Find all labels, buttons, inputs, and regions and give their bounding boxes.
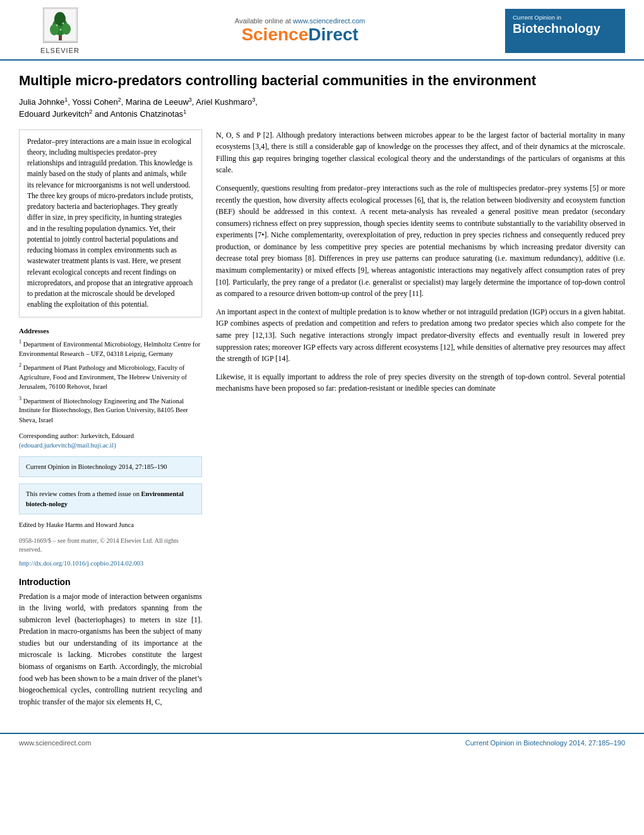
address-1: 1 Department of Environmental Microbiolo… bbox=[19, 338, 202, 358]
article-authors: Julia Johnke1, Yossi Cohen2, Marina de L… bbox=[19, 96, 625, 121]
right-para-1: N, O, S and P [2]. Although predatory in… bbox=[216, 129, 625, 176]
right-para-4: Likewise, it is equally important to add… bbox=[216, 371, 625, 394]
footer-website: www.sciencedirect.com bbox=[19, 739, 91, 747]
themed-issue-label: This review comes from a themed issue on bbox=[26, 490, 140, 497]
page-footer: www.sciencedirect.com Current Opinion in… bbox=[0, 733, 644, 752]
journal-badge: Current Opinion in Biotechnology bbox=[505, 9, 625, 53]
elsevier-tree-icon bbox=[43, 8, 78, 45]
svg-point-6 bbox=[56, 25, 57, 27]
doi-section: http://dx.doi.org/10.1016/j.copbio.2014.… bbox=[19, 558, 202, 568]
journal-badge-bottom-text: Biotechnology bbox=[513, 21, 617, 35]
elsevier-logo-section: ELSEVIER bbox=[19, 8, 101, 54]
right-para-3: An important aspect in the context of mu… bbox=[216, 306, 625, 365]
intro-section-title: Introduction bbox=[19, 577, 202, 587]
right-column: N, O, S and P [2]. Although predatory in… bbox=[216, 129, 625, 708]
abstract-box: Predator–prey interactions are a main is… bbox=[19, 129, 202, 317]
addresses-title: Addresses bbox=[19, 326, 202, 336]
svg-point-7 bbox=[62, 23, 64, 25]
elsevier-logo: ELSEVIER bbox=[19, 8, 101, 54]
journal-badge-top-text: Current Opinion in bbox=[513, 14, 617, 21]
page-wrapper: ELSEVIER Available online at www.science… bbox=[0, 0, 644, 835]
available-online-text: Available online at www.sciencedirect.co… bbox=[101, 17, 499, 25]
info-box-theme: This review comes from a themed issue on… bbox=[19, 483, 202, 514]
right-body: N, O, S and P [2]. Although predatory in… bbox=[216, 129, 625, 394]
corresponding-email[interactable]: (edouard.jurkevitch@mail.huji.ac.il) bbox=[19, 442, 116, 449]
copyright-section: 0958-1669/$ – see front matter, © 2014 E… bbox=[19, 536, 202, 554]
sciencedirect-section: Available online at www.sciencedirect.co… bbox=[101, 17, 499, 45]
intro-body-text: Predation is a major mode of interaction… bbox=[19, 591, 202, 708]
two-column-layout: Predator–prey interactions are a main is… bbox=[19, 129, 625, 708]
addresses-section: Addresses 1 Department of Environmental … bbox=[19, 326, 202, 425]
edited-by: Edited by Hauke Harms and Howard Junca bbox=[19, 521, 202, 530]
left-column: Predator–prey interactions are a main is… bbox=[19, 129, 202, 708]
journal-badge-section: Current Opinion in Biotechnology bbox=[499, 9, 625, 53]
direct-text: Direct bbox=[308, 25, 358, 44]
main-content: Multiple micro-predators controlling bac… bbox=[0, 61, 644, 720]
elsevier-label: ELSEVIER bbox=[40, 47, 80, 54]
website-link[interactable]: www.sciencedirect.com bbox=[293, 17, 365, 25]
address-2: 2 Department of Plant Pathology and Micr… bbox=[19, 362, 202, 391]
doi-link[interactable]: http://dx.doi.org/10.1016/j.copbio.2014.… bbox=[19, 560, 143, 567]
address-3: 3 Department of Biotechnology Engineerin… bbox=[19, 395, 202, 425]
svg-point-4 bbox=[62, 23, 71, 35]
right-para-2: Consequently, questions resulting from p… bbox=[216, 182, 625, 300]
science-text: Science bbox=[241, 25, 308, 44]
article-title: Multiple micro-predators controlling bac… bbox=[19, 72, 625, 90]
sciencedirect-logo: ScienceDirect bbox=[101, 25, 499, 45]
svg-point-8 bbox=[59, 29, 61, 31]
footer-citation: Current Opinion in Biotechnology 2014, 2… bbox=[465, 739, 625, 747]
page-header: ELSEVIER Available online at www.science… bbox=[0, 0, 644, 59]
info-box-citation: Current Opinion in Biotechnology 2014, 2… bbox=[19, 456, 202, 477]
corresponding-author-label: Corresponding author: Jurkevitch, Edouar… bbox=[19, 431, 202, 441]
corresponding-section: Corresponding author: Jurkevitch, Edouar… bbox=[19, 431, 202, 450]
